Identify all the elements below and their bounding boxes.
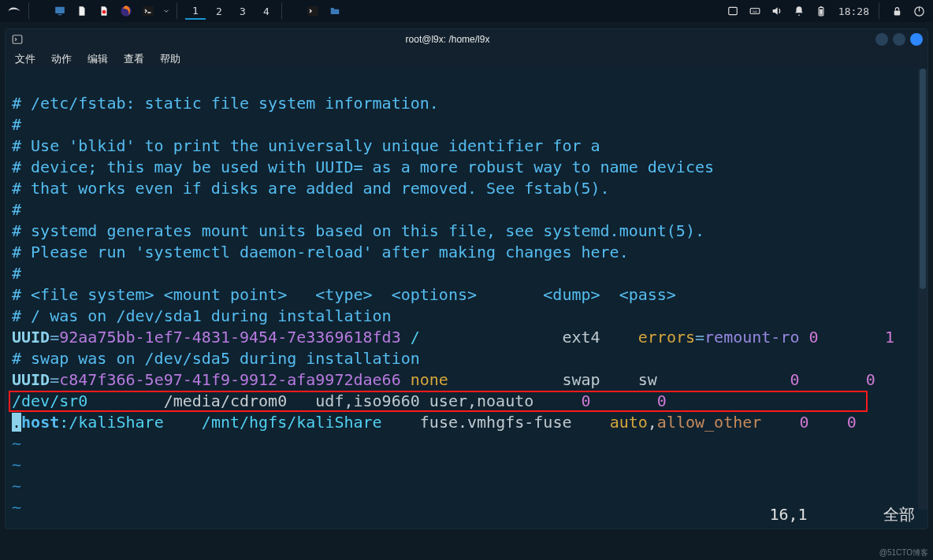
notifications-icon[interactable] [790, 2, 808, 20]
fstab-comment: # <file system> <mount point> <type> <op… [12, 285, 676, 304]
terminal-app-icon [10, 34, 24, 45]
battery-icon[interactable] [812, 2, 831, 20]
svg-rect-14 [13, 35, 22, 44]
power-icon[interactable] [909, 2, 928, 20]
svg-rect-10 [820, 9, 823, 15]
menu-view[interactable]: 查看 [117, 50, 151, 68]
terminal-body[interactable]: # /etc/fstab: static file system informa… [6, 69, 927, 528]
menu-action[interactable]: 动作 [45, 50, 78, 68]
terminal-window: root@l9x: /home/l9x 文件 动作 编辑 查看 帮助 # /et… [5, 28, 928, 529]
watermark: @51CTO博客 [879, 547, 928, 558]
fstab-comment: # [12, 115, 21, 134]
svg-rect-0 [55, 7, 65, 13]
panel-separator [879, 2, 884, 20]
svg-rect-9 [820, 6, 822, 7]
keyboard-icon[interactable] [745, 2, 764, 20]
fstab-comment: # Use 'blkid' to print the universally u… [12, 136, 600, 155]
window-title: root@l9x: /home/l9x [24, 34, 871, 45]
close-button[interactable] [910, 33, 923, 46]
menu-file[interactable]: 文件 [9, 50, 42, 68]
tray-window-icon[interactable] [723, 2, 742, 20]
vim-tilde: ~ [12, 434, 21, 453]
panel-separator [281, 2, 300, 20]
panel-separator [177, 2, 182, 20]
svg-rect-5 [307, 6, 318, 16]
sound-icon[interactable] [768, 2, 786, 20]
fstab-comment: # /etc/fstab: static file system informa… [12, 94, 439, 113]
maximize-button[interactable] [893, 33, 905, 46]
svg-rect-6 [729, 7, 738, 14]
running-files-icon[interactable] [325, 2, 344, 20]
fstab-cdrom-entry: /dev/sr0 /media/cdrom0 udf,iso9660 user,… [12, 391, 667, 410]
menu-edit[interactable]: 编辑 [81, 50, 114, 68]
fstab-comment: # swap was on /dev/sda5 during installat… [12, 349, 420, 368]
svg-rect-7 [750, 9, 760, 14]
titlebar[interactable]: root@l9x: /home/l9x [6, 29, 927, 50]
chevron-down-icon[interactable] [161, 2, 172, 20]
fstab-root-entry: UUID=92aa75bb-1ef7-4831-9454-7e3369618fd… [12, 328, 894, 347]
svg-rect-1 [58, 14, 62, 15]
lock-icon[interactable] [887, 2, 906, 20]
fstab-comment: # Please run 'systemctl daemon-reload' a… [12, 243, 629, 261]
workspace-4[interactable]: 4 [256, 2, 277, 20]
scrollbar-thumb[interactable] [920, 69, 926, 289]
svg-rect-11 [894, 10, 900, 15]
files-icon[interactable] [72, 2, 91, 20]
workspace-1[interactable]: 1 [185, 2, 206, 20]
panel-separator [28, 2, 47, 20]
os-taskbar: 1 2 3 4 18:28 [0, 0, 933, 22]
workspace-3[interactable]: 3 [232, 2, 253, 20]
fstab-hgfs-entry: .host:/kaliShare /mnt/hgfs/kaliShare fus… [12, 413, 857, 432]
workspace-2[interactable]: 2 [209, 2, 229, 20]
vim-tilde: ~ [12, 455, 21, 474]
svg-point-2 [102, 10, 106, 14]
kali-menu-icon[interactable] [5, 2, 24, 20]
clock[interactable]: 18:28 [834, 6, 874, 17]
menu-help[interactable]: 帮助 [154, 50, 187, 68]
svg-rect-4 [143, 6, 153, 16]
kali-doc-icon[interactable] [95, 2, 113, 20]
fstab-comment: # [12, 200, 21, 219]
firefox-icon[interactable] [117, 2, 136, 20]
terminal-icon[interactable] [139, 2, 158, 20]
desktop-icon[interactable] [50, 2, 69, 20]
fstab-comment: # that works even if disks are added and… [12, 179, 610, 198]
scrollbar[interactable] [918, 69, 927, 510]
vim-tilde: ~ [12, 477, 21, 495]
menubar: 文件 动作 编辑 查看 帮助 [6, 50, 927, 69]
fstab-comment: # device; this may be used with UUID= as… [12, 158, 714, 176]
vim-tilde: ~ [12, 498, 21, 517]
fstab-swap-entry: UUID=c847f366-5e97-41f9-9912-afa9972dae6… [12, 370, 875, 389]
running-terminal-icon[interactable] [303, 2, 322, 20]
fstab-comment: # [12, 264, 21, 283]
fstab-comment: # / was on /dev/sda1 during installation [12, 306, 392, 325]
minimize-button[interactable] [875, 33, 888, 46]
vim-status: 16,1 全部 [770, 504, 916, 525]
fstab-comment: # systemd generates mount units based on… [12, 221, 704, 240]
